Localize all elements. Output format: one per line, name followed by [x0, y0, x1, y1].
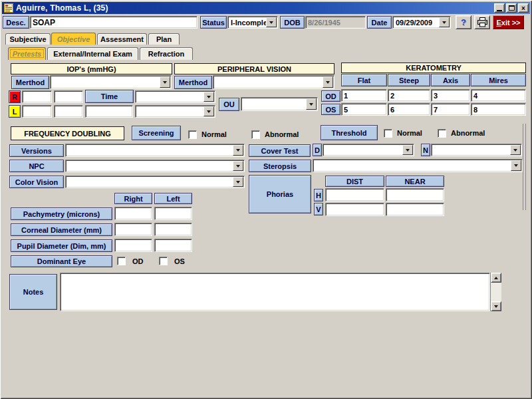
subtab-pretests[interactable]: Pretests — [8, 47, 46, 60]
screening-button[interactable]: Screening — [132, 126, 181, 140]
keratometry-os-axis-input[interactable] — [431, 103, 470, 116]
date-dropdown-arrow-icon[interactable] — [439, 17, 450, 27]
keratometry-od-steep-input[interactable] — [388, 89, 430, 102]
phorias-v-near-input[interactable] — [386, 203, 444, 216]
iop-left-input-2[interactable] — [54, 105, 83, 118]
keratometry-os-mires-input[interactable] — [471, 103, 526, 116]
threshold-button[interactable]: Threshold — [321, 125, 378, 140]
iop-right-time-dropdown[interactable] — [135, 90, 215, 103]
pupil-diameter-left-input[interactable] — [154, 239, 192, 252]
measurements-right-header: Right — [114, 193, 152, 204]
threshold-normal-checkbox[interactable] — [384, 129, 392, 138]
pupil-diameter-right-input[interactable] — [114, 239, 152, 252]
npc-dropdown[interactable] — [65, 160, 245, 172]
dominant-eye-os-checkbox[interactable] — [159, 257, 168, 265]
minimize-icon — [497, 10, 502, 11]
help-button[interactable]: ? — [456, 15, 471, 29]
phorias-v-dist-input[interactable] — [325, 203, 384, 216]
corneal-diameter-right-input[interactable] — [114, 223, 152, 236]
ou-dropdown-arrow-icon[interactable] — [306, 98, 317, 110]
scroll-down-icon — [494, 305, 498, 308]
desc-label: Desc. — [3, 16, 29, 29]
keratometry-od-label: OD — [321, 90, 340, 102]
color-vision-dropdown-arrow-icon[interactable] — [233, 177, 243, 187]
print-button[interactable] — [474, 15, 490, 29]
tab-assessment[interactable]: Assessment — [97, 33, 147, 45]
threshold-abnormal-label: Abnormal — [451, 129, 485, 137]
date-dropdown[interactable]: 09/29/2009 — [392, 16, 451, 29]
notes-scroll-up-button[interactable] — [491, 273, 501, 283]
iop-time-button[interactable]: Time — [85, 90, 134, 103]
versions-dropdown-arrow-icon[interactable] — [233, 145, 243, 156]
peripheral-method-dropdown-arrow-icon[interactable] — [323, 76, 333, 88]
iop-method-dropdown-arrow-icon[interactable] — [160, 76, 170, 88]
tab-plan[interactable]: Plan — [148, 33, 180, 45]
phorias-h-dist-input[interactable] — [325, 188, 384, 201]
iop-left-time-dropdown-arrow-icon[interactable] — [203, 106, 214, 116]
subtab-external-internal-exam[interactable]: External/Internal Exam — [47, 47, 138, 60]
tab-objective[interactable]: Objective — [51, 33, 96, 45]
iop-right-time-dropdown-arrow-icon[interactable] — [203, 92, 214, 102]
keratometry-os-flat-input[interactable] — [341, 103, 387, 116]
pachymetry-right-input[interactable] — [114, 207, 152, 220]
cover-test-n-dropdown[interactable] — [431, 144, 522, 156]
exit-button[interactable]: Exit >> — [493, 15, 524, 29]
status-dropdown[interactable]: I-Incomplete — [227, 16, 278, 29]
close-button[interactable]: × — [518, 3, 529, 13]
iop-right-input-1[interactable] — [22, 90, 52, 103]
notes-scrollbar[interactable] — [490, 273, 501, 311]
dominant-eye-os-label: OS — [174, 257, 185, 265]
iop-left-label: L — [9, 105, 21, 118]
cover-test-d-dropdown[interactable] — [323, 144, 414, 156]
phorias-h-label: H — [314, 189, 323, 201]
phorias-col-near: NEAR — [386, 176, 444, 187]
keratometry-col-steep: Steep — [388, 74, 430, 86]
steropsis-label: Steropsis — [249, 160, 311, 172]
steropsis-dropdown-arrow-icon[interactable] — [511, 160, 521, 171]
pupil-diameter-label: Pupil Diameter (Dim, mm) — [11, 239, 112, 252]
notes-field — [60, 273, 490, 311]
npc-label: NPC — [9, 160, 64, 172]
minimize-button[interactable] — [494, 3, 505, 13]
maximize-button[interactable] — [506, 3, 517, 13]
iop-right-input-2[interactable] — [54, 90, 83, 103]
phorias-h-near-input[interactable] — [386, 188, 444, 201]
pachymetry-left-input[interactable] — [154, 207, 192, 220]
status-dropdown-arrow-icon[interactable] — [266, 17, 277, 27]
notes-textarea[interactable] — [61, 274, 489, 310]
iop-left-time-dropdown[interactable] — [135, 105, 215, 118]
measurements-left-header: Left — [154, 193, 192, 204]
dominant-eye-od-checkbox[interactable] — [117, 257, 126, 265]
iop-left-input-1[interactable] — [22, 105, 52, 118]
steropsis-dropdown[interactable] — [313, 159, 523, 172]
peripheral-method-dropdown[interactable] — [213, 75, 334, 89]
maximize-icon — [509, 5, 515, 11]
screening-abnormal-checkbox[interactable] — [251, 130, 260, 139]
threshold-normal-label: Normal — [397, 129, 422, 137]
notes-scroll-down-button[interactable] — [491, 301, 501, 311]
keratometry-od-axis-input[interactable] — [431, 89, 470, 102]
print-icon — [477, 17, 488, 27]
iop-method-dropdown[interactable] — [50, 75, 172, 89]
screening-normal-label: Normal — [201, 130, 227, 138]
cover-test-n-dropdown-arrow-icon[interactable] — [510, 145, 521, 155]
subtab-refraction[interactable]: Refraction — [140, 47, 193, 60]
keratometry-od-mires-input[interactable] — [471, 89, 526, 102]
threshold-abnormal-checkbox[interactable] — [438, 129, 446, 138]
iop-left-time-input[interactable] — [85, 105, 133, 118]
notes-label: Notes — [9, 274, 57, 310]
corneal-diameter-left-input[interactable] — [154, 223, 192, 236]
ou-dropdown[interactable] — [241, 97, 318, 111]
desc-input[interactable] — [30, 16, 198, 29]
versions-label: Versions — [9, 144, 64, 157]
dominant-eye-od-label: OD — [132, 257, 144, 265]
tab-subjective[interactable]: Subjective — [5, 33, 51, 45]
versions-dropdown[interactable] — [65, 144, 245, 157]
color-vision-dropdown[interactable] — [65, 176, 245, 188]
phorias-v-label: V — [314, 203, 323, 215]
npc-dropdown-arrow-icon[interactable] — [233, 161, 243, 171]
cover-test-d-dropdown-arrow-icon[interactable] — [402, 145, 413, 155]
keratometry-od-flat-input[interactable] — [341, 89, 387, 102]
keratometry-os-steep-input[interactable] — [388, 103, 430, 116]
screening-normal-checkbox[interactable] — [188, 130, 197, 139]
